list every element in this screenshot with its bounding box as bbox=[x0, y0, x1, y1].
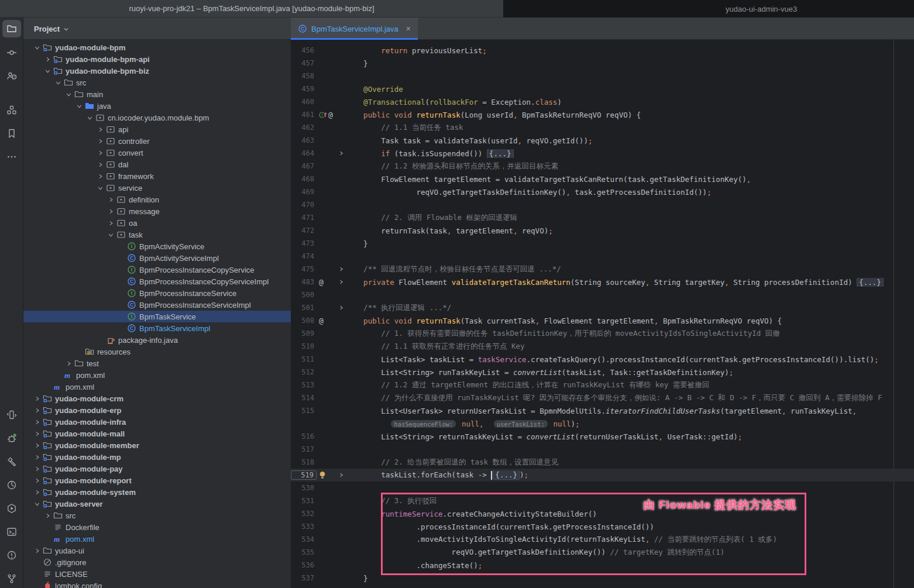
chevron-icon[interactable] bbox=[32, 477, 42, 484]
tree-item[interactable]: mpom.xml bbox=[23, 533, 291, 545]
tree-item[interactable]: yudao-module-mp bbox=[23, 451, 291, 463]
tree-item[interactable]: resources bbox=[23, 346, 291, 357]
code-line[interactable]: 530 bbox=[291, 482, 914, 494]
tree-item[interactable]: IBpmProcessInstanceCopyService bbox=[23, 264, 291, 276]
chevron-icon[interactable] bbox=[74, 103, 84, 109]
tree-item[interactable]: yudao-module-system bbox=[23, 486, 291, 498]
code-line[interactable]: 464 if (task.isSuspended()) {...} bbox=[291, 147, 914, 160]
chevron-icon[interactable] bbox=[32, 396, 42, 402]
tree-item[interactable]: yudao-module-infra bbox=[23, 416, 291, 428]
code-line[interactable]: 535 reqVO.getTargetTaskDefinitionKey()) … bbox=[291, 546, 914, 559]
code-line[interactable]: 501 /** 执行回退逻辑 ...*/ bbox=[291, 301, 914, 314]
chevron-icon[interactable] bbox=[105, 220, 116, 226]
folded-region[interactable]: {...} bbox=[487, 149, 514, 158]
code-line[interactable]: 474 bbox=[291, 250, 914, 263]
chevron-icon[interactable] bbox=[42, 513, 53, 519]
tree-item[interactable]: api bbox=[23, 123, 291, 135]
code-line[interactable]: 483@ private FlowElement validateTargetT… bbox=[291, 276, 914, 288]
tree-item[interactable]: src bbox=[23, 510, 291, 521]
chevron-icon[interactable] bbox=[95, 138, 105, 145]
tree-item[interactable]: yudao-module-bpm-biz bbox=[23, 65, 291, 77]
chevron-icon[interactable] bbox=[53, 80, 63, 86]
code-line[interactable]: 475 /** 回退流程节点时，校验目标任务节点是否可回退 ...*/ bbox=[291, 263, 914, 276]
folded-region[interactable]: {...} bbox=[857, 278, 884, 287]
tree-item[interactable]: yudao-module-mall bbox=[23, 428, 291, 439]
chevron-icon[interactable] bbox=[42, 56, 53, 63]
tree-item[interactable]: definition bbox=[23, 194, 291, 205]
tree-item[interactable]: yudao-module-member bbox=[23, 439, 291, 451]
tree-item[interactable]: message bbox=[23, 205, 291, 217]
code-line[interactable]: hasSequenceFlow: null, userTaskList: nul… bbox=[291, 417, 914, 430]
chevron-icon[interactable] bbox=[63, 91, 74, 98]
more-tool-windows-icon[interactable] bbox=[2, 145, 21, 169]
tree-item[interactable]: dal bbox=[23, 159, 291, 170]
fold-arrow-icon[interactable] bbox=[336, 266, 346, 272]
tree-item[interactable]: yudao-module-bpm-api bbox=[23, 53, 291, 65]
chevron-icon[interactable] bbox=[105, 232, 116, 238]
code-line[interactable]: 536 .changeState(); bbox=[291, 559, 914, 572]
tree-item[interactable]: java bbox=[23, 100, 291, 112]
code-editor[interactable]: 456 return previousUserList;457 }458459 … bbox=[291, 40, 914, 588]
code-line[interactable]: 517 bbox=[291, 443, 914, 456]
project-panel-header[interactable]: Project bbox=[23, 18, 291, 40]
tree-item[interactable]: Dockerfile bbox=[23, 521, 291, 533]
code-line[interactable]: 460 @Transactional(rollbackFor = Excepti… bbox=[291, 95, 914, 108]
tab-bpmtaskserviceimpl[interactable]: C BpmTaskServiceImpl.java × bbox=[291, 18, 418, 40]
code-line[interactable]: 457 } bbox=[291, 57, 914, 70]
code-line[interactable]: 456 return previousUserList; bbox=[291, 44, 914, 57]
tree-item[interactable]: .gitignore bbox=[23, 556, 291, 568]
fold-arrow-icon[interactable] bbox=[336, 472, 346, 478]
tree-item[interactable]: mpom.xml bbox=[23, 369, 291, 381]
code-line[interactable]: 508@ public void returnTask(Task current… bbox=[291, 314, 914, 327]
code-line[interactable]: 510 // 1.1 获取所有正常进行的任务节点 Key bbox=[291, 340, 914, 353]
tree-item[interactable]: oa bbox=[23, 217, 291, 229]
code-line[interactable]: 513 // 1.2 通过 targetElement 的出口连线，计算在 ru… bbox=[291, 379, 914, 391]
tree-item[interactable]: test bbox=[23, 357, 291, 369]
debug-icon[interactable] bbox=[2, 427, 21, 450]
code-line[interactable]: 518 // 2. 给当前要被回退的 task 数组，设置回退意见 bbox=[291, 456, 914, 469]
tree-item[interactable]: yudao-module-pay bbox=[23, 463, 291, 474]
tree-item[interactable]: convert bbox=[23, 147, 291, 159]
commit-icon[interactable] bbox=[2, 41, 21, 64]
chevron-icon[interactable] bbox=[95, 185, 105, 191]
code-line[interactable]: 511 List<Task> taskList = taskService.cr… bbox=[291, 353, 914, 366]
tree-item[interactable]: main bbox=[23, 88, 291, 100]
chevron-icon[interactable] bbox=[32, 454, 42, 460]
fold-arrow-icon[interactable] bbox=[336, 150, 346, 156]
code-line[interactable]: 516 List<String> returnTaskKeyList = con… bbox=[291, 430, 914, 443]
build-icon[interactable] bbox=[2, 450, 21, 473]
problems-icon[interactable] bbox=[2, 544, 21, 567]
chevron-icon[interactable] bbox=[32, 442, 42, 449]
tree-item[interactable]: LICENSE bbox=[23, 568, 291, 580]
tree-item[interactable]: package-info.java bbox=[23, 334, 291, 346]
profiler-icon[interactable] bbox=[2, 473, 21, 497]
tree-item[interactable]: CBpmProcessInstanceCopyServiceImpl bbox=[23, 276, 291, 287]
chevron-icon[interactable] bbox=[32, 548, 42, 554]
tree-item[interactable]: controller bbox=[23, 135, 291, 147]
folded-region[interactable]: {...} bbox=[493, 470, 520, 480]
code-line[interactable]: 472 returnTask(task, targetElement, reqV… bbox=[291, 224, 914, 237]
tree-item[interactable]: IBpmTaskService bbox=[23, 311, 291, 322]
collaboration-icon[interactable]: ? bbox=[2, 64, 21, 88]
chevron-icon[interactable] bbox=[95, 126, 105, 133]
code-line[interactable]: 519 taskList.forEach(task -> {...}); bbox=[291, 469, 914, 482]
chevron-icon[interactable] bbox=[63, 360, 74, 367]
tree-item[interactable]: service bbox=[23, 182, 291, 194]
chevron-icon[interactable] bbox=[84, 115, 95, 121]
code-line[interactable]: 461I@ public void returnTask(Long userId… bbox=[291, 108, 914, 121]
code-line[interactable]: 537 } bbox=[291, 572, 914, 584]
tree-item[interactable]: CBpmActivityServiceImpl bbox=[23, 252, 291, 264]
chevron-icon[interactable] bbox=[32, 419, 42, 425]
chevron-icon[interactable] bbox=[95, 173, 105, 180]
tree-item[interactable]: CBpmProcessInstanceServiceImpl bbox=[23, 299, 291, 311]
run-targets-icon[interactable] bbox=[2, 497, 21, 520]
bookmarks-icon[interactable] bbox=[2, 122, 21, 145]
tree-item[interactable]: yudao-module-crm bbox=[23, 393, 291, 404]
code-line[interactable]: 471 // 2. 调用 Flowable 框架的回退逻辑 bbox=[291, 211, 914, 224]
tree-item[interactable]: IBpmActivityService bbox=[23, 240, 291, 252]
chevron-icon[interactable] bbox=[105, 197, 116, 203]
code-line[interactable]: 468 FlowElement targetElement = validate… bbox=[291, 173, 914, 185]
code-line[interactable]: 531 // 3. 执行驳回 bbox=[291, 494, 914, 507]
services-icon[interactable] bbox=[2, 403, 21, 427]
chevron-icon[interactable] bbox=[42, 68, 53, 74]
